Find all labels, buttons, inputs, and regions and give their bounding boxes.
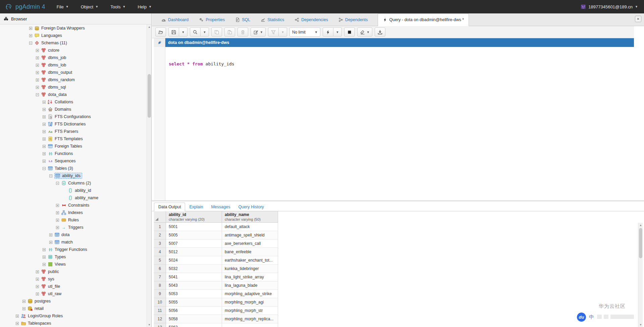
grid-scrollbar[interactable]: ▲ ▼ [638,223,643,327]
grid-cell-ability_name[interactable]: morphling_morph_agi [222,298,278,307]
selected-tree-item[interactable]: ability_ids [54,173,82,179]
collapse-toggle-icon[interactable]: − [29,42,32,45]
expand-toggle-icon[interactable]: + [43,130,46,133]
execute-button[interactable] [323,28,333,37]
expand-toggle-icon[interactable]: + [22,307,25,310]
tree-item-views[interactable]: +Views [0,261,147,268]
tree-item-dbms-sql[interactable]: +dbms_sql [0,84,147,91]
expand-toggle-icon[interactable]: + [56,219,59,222]
expand-toggle-icon[interactable]: + [36,49,39,52]
expand-toggle-icon[interactable]: + [43,256,46,259]
scrollbar-thumb[interactable] [639,228,642,258]
expand-toggle-icon[interactable]: + [36,71,39,74]
save-button[interactable] [168,28,179,37]
row-number[interactable]: 6 [154,265,166,273]
tree-item-tablespaces[interactable]: +Tablespaces [0,320,147,327]
expand-toggle-icon[interactable]: + [29,34,32,37]
tree-item-foreign-data-wrappers[interactable]: +Foreign Data Wrappers [0,24,147,32]
row-number[interactable]: 4 [154,248,166,256]
grid-cell-ability_id[interactable]: 5032 [166,265,222,273]
row-limit-select[interactable]: No limit▼ [289,28,320,37]
tree-item-sequences[interactable]: +1..3Sequences [0,157,147,165]
tree-item-functions[interactable]: +{≡}Functions [0,150,147,157]
tree-item-dota[interactable]: +dota [0,231,147,238]
grid-cell-ability_id[interactable]: 5012 [166,248,222,256]
grid-cell-ability_name[interactable]: lina_laguna_blade [222,281,278,290]
tree-item-ability-name[interactable]: ability_name [0,194,147,202]
grid-cell-ability_name[interactable]: antimage_spell_shield [222,231,278,239]
tree-scrollbar[interactable]: ▲ ▼ [147,24,151,327]
row-number[interactable]: 1 [154,223,166,231]
tree-item-rules[interactable]: +Rules [0,216,147,224]
tree-item-fts-parsers[interactable]: +AaFTS Parsers [0,128,147,135]
expand-toggle-icon[interactable]: + [43,138,46,141]
tab-properties[interactable]: Properties [198,13,225,26]
tree-item-types[interactable]: +Types [0,253,147,261]
grid-cell-ability_name[interactable]: morphling_adaptive_strike [222,290,278,298]
expand-toggle-icon[interactable]: + [56,226,59,229]
expand-toggle-icon[interactable]: + [43,115,46,118]
menu-file[interactable]: File▼ [51,0,74,13]
tab-sql[interactable]: SQL [234,13,251,26]
row-number[interactable]: 7 [154,273,166,281]
scroll-up-arrow[interactable]: ▲ [638,223,643,227]
row-number[interactable]: 2 [154,231,166,239]
expand-toggle-icon[interactable]: + [36,285,39,288]
scroll-up-arrow[interactable]: ▲ [147,24,152,29]
editor-line-3[interactable]: 3select * from ability_ids [154,60,634,67]
menu-help[interactable]: Help▼ [132,0,157,13]
grid-cell-ability_id[interactable]: 5005 [166,231,222,239]
expand-toggle-icon[interactable]: + [43,108,46,111]
grid-cell-ability_name[interactable]: morphling_morph_replica... [222,315,278,323]
tree-item-triggers[interactable]: +→Triggers [0,224,147,231]
grid-cell-ability_id[interactable]: 5043 [166,281,222,290]
scrollbar-thumb[interactable] [148,74,151,118]
expand-toggle-icon[interactable]: + [43,248,46,251]
delete-button[interactable] [237,28,248,37]
row-number[interactable]: 9 [154,290,166,298]
tree-item-dbms-job[interactable]: +dbms_job [0,54,147,61]
tree-item-retail[interactable]: +retail [0,305,147,312]
expand-toggle-icon[interactable]: + [29,27,32,30]
expand-toggle-icon[interactable]: + [56,211,59,214]
menu-object[interactable]: Object▼ [75,0,104,13]
editor-line-2[interactable]: 2 [154,54,634,60]
user-menu[interactable]: 18977345601@189.cn ▼ [581,4,644,9]
row-number[interactable]: 11 [154,307,166,315]
tree-item-trigger-functions[interactable]: +{≡}Trigger Functions [0,246,147,253]
tab-query-tool[interactable]: Query - dota on dbadmin@hellfire-dws * [378,13,469,26]
find-options-caret[interactable]: ▼ [201,28,209,37]
expand-toggle-icon[interactable]: + [43,123,46,126]
grid-cell-ability_name[interactable]: lina_light_strike_array [222,273,278,281]
tab-statistics[interactable]: Statistics [260,13,285,26]
stop-button[interactable] [344,28,355,37]
grid-cell-ability_id[interactable]: 5055 [166,298,222,307]
expand-toggle-icon[interactable]: + [49,241,52,244]
expand-toggle-icon[interactable]: + [36,270,39,273]
grid-cell-ability_id[interactable]: 5024 [166,256,222,265]
expand-toggle-icon[interactable]: + [22,300,25,303]
tab-query-history[interactable]: Query History [234,203,268,211]
tab-dashboard[interactable]: Dashboard [161,13,189,26]
sql-editor[interactable]: 123select * from ability_ids [154,47,634,201]
expand-toggle-icon[interactable]: + [56,204,59,207]
select-all-corner[interactable] [154,211,166,223]
expand-toggle-icon[interactable]: + [36,78,39,81]
tree-item-dbms-random[interactable]: +dbms_random [0,76,147,84]
tree-item-login-group-roles[interactable]: +Login/Group Roles [0,312,147,320]
expand-toggle-icon[interactable]: + [36,64,39,67]
grid-cell-ability_id[interactable]: 5041 [166,273,222,281]
grid-cell-ability_name[interactable]: default_attack [222,223,278,231]
edit-menu-button[interactable]: ▼ [251,28,266,37]
tree-item-dota-data[interactable]: −dota_data [0,91,147,98]
row-number[interactable]: 10 [154,298,166,307]
expand-toggle-icon[interactable]: + [16,322,19,325]
filter-button[interactable] [268,28,279,37]
connection-status-bar[interactable]: dota on dbadmin@hellfire-dws [165,38,634,47]
tree-item-domains[interactable]: +Domains [0,106,147,113]
scroll-down-arrow[interactable]: ▼ [638,322,643,327]
clear-button[interactable]: ▼ [357,28,372,37]
grid-cell-ability_name[interactable]: axe_berserkers_call [222,239,278,248]
tree-item-fts-templates[interactable]: +FTS Templates [0,135,147,143]
row-number[interactable]: 8 [154,281,166,290]
